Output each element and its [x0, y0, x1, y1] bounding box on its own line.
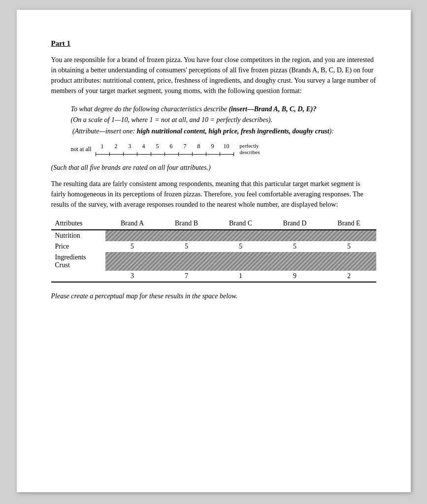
scale-num-6: 6: [164, 142, 178, 151]
part-heading: Part 1: [51, 39, 376, 48]
scale-num-1: 1: [96, 142, 109, 151]
col-header-brand-c: Brand C: [214, 218, 268, 230]
row-label-nutrition: Nutrition: [51, 230, 105, 241]
page: Part 1 You are responsible for a brand o…: [17, 10, 411, 492]
table-row-ingredients: IngredientsCrust: [51, 252, 376, 271]
question-line3: (Attribute—insert one: high nutritional …: [71, 126, 376, 137]
crust-brand-d: 9: [268, 271, 322, 282]
nutrition-brand-b: [160, 230, 214, 241]
scale-container: not at all 1 2 3 4 5 6 7 8 9 10: [71, 142, 376, 156]
price-brand-a: 5: [105, 241, 160, 252]
scale-line: 1 2 3 4 5 6 7 8 9 10: [96, 142, 234, 156]
scale-label-right: perfectlydescribes: [240, 143, 260, 156]
table-row-price: Price 5 5 5 5 5: [51, 241, 376, 252]
col-header-attributes: Attributes: [51, 218, 105, 230]
such-that-text: (Such that all five brands are rated on …: [51, 164, 376, 172]
scale-num-8: 8: [192, 142, 206, 151]
crust-brand-a: 3: [105, 271, 160, 282]
ingredients-brand-c: [214, 252, 268, 271]
price-brand-e: 5: [322, 241, 376, 252]
please-text: Please create a perceptual map for these…: [51, 292, 376, 300]
scale-num-3: 3: [123, 142, 137, 151]
scale-tick-line: [96, 152, 234, 156]
col-header-brand-e: Brand E: [322, 218, 376, 230]
ingredients-brand-d: [268, 252, 322, 271]
col-header-brand-a: Brand A: [105, 218, 160, 230]
crust-brand-c: 1: [214, 271, 268, 282]
ingredients-brand-b: [160, 252, 214, 271]
data-table: Attributes Brand A Brand B Brand C Brand…: [51, 218, 376, 283]
ingredients-brand-a: [105, 252, 160, 271]
nutrition-brand-e: [322, 230, 376, 241]
price-brand-c: 5: [214, 241, 268, 252]
intro-text: You are responsible for a brand of froze…: [51, 55, 376, 96]
col-header-brand-b: Brand B: [160, 218, 214, 230]
row-label-crust: [51, 271, 105, 282]
scale-label-left: not at all: [71, 146, 92, 153]
scale-num-7: 7: [178, 142, 192, 151]
ingredients-brand-e: [322, 252, 376, 271]
table-row-nutrition: Nutrition: [51, 230, 376, 241]
scale-num-2: 2: [109, 142, 123, 151]
col-header-brand-d: Brand D: [268, 218, 322, 230]
row-label-price: Price: [51, 241, 105, 252]
scale-num-4: 4: [137, 142, 151, 151]
nutrition-brand-a: [105, 230, 160, 241]
question-line2: (On a scale of 1—10, where 1 = not at al…: [71, 115, 376, 126]
table-row-crust: 3 7 1 9 2: [51, 271, 376, 282]
row-label-ingredients: IngredientsCrust: [51, 252, 105, 271]
scale-num-5: 5: [151, 142, 164, 151]
question-block: To what degree do the following characte…: [71, 104, 376, 156]
scale-num-10: 10: [220, 142, 233, 151]
result-text: The resulting data are fairly consistent…: [51, 179, 376, 210]
price-brand-b: 5: [160, 241, 214, 252]
crust-brand-e: 2: [322, 271, 376, 282]
price-brand-d: 5: [268, 241, 322, 252]
nutrition-brand-d: [268, 230, 322, 241]
scale-num-9: 9: [206, 142, 220, 151]
question-line1: To what degree do the following characte…: [71, 104, 376, 115]
crust-brand-b: 7: [160, 271, 214, 282]
nutrition-brand-c: [214, 230, 268, 241]
scale-numbers: 1 2 3 4 5 6 7 8 9 10: [96, 142, 233, 151]
table-header-row: Attributes Brand A Brand B Brand C Brand…: [51, 218, 376, 230]
